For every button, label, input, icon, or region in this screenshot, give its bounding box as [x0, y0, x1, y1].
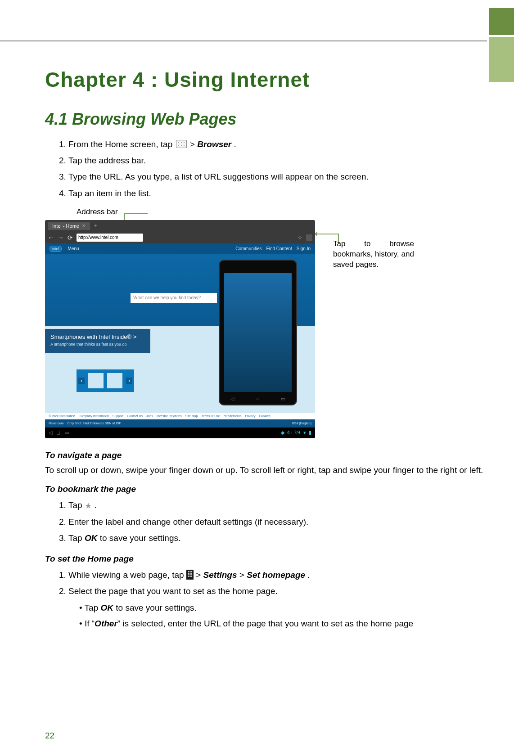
manual-page: Chapter 4 : Using Internet 4.1 Browsing …: [0, 0, 532, 756]
carousel-thumb[interactable]: [107, 373, 122, 388]
forward-icon[interactable]: →: [58, 234, 64, 241]
footer-link[interactable]: Jobs: [146, 414, 153, 418]
header-accent-light: [489, 37, 514, 82]
carousel: ‹ ›: [77, 369, 134, 392]
footer2-locale[interactable]: USA (English): [292, 422, 311, 425]
footer-link: © Intel Corporation: [49, 414, 75, 418]
footer2-item[interactable]: Newsroom: [49, 422, 63, 425]
chapter-title: Chapter 4 : Using Internet: [45, 68, 487, 92]
android-system-bar: ◁ ⎕ ▭ ◆ 4:39 ▾ ▮: [45, 428, 315, 438]
other-label: Other: [95, 619, 117, 628]
header-rule: [0, 40, 487, 41]
nav-buttons: ◁ ⎕ ▭: [49, 430, 69, 436]
back-nav-icon[interactable]: ◁: [49, 430, 52, 436]
browser-toolbar: ← → ⟳ http://www.intel.com ☆: [45, 232, 315, 243]
close-tab-icon[interactable]: ✕: [82, 223, 86, 228]
star-icon: ★: [85, 499, 92, 513]
text: Tap: [85, 603, 101, 612]
text: .: [234, 140, 236, 149]
homepage-steps: While viewing a web page, tap > Settings…: [45, 567, 487, 631]
notification-icon: ◆: [281, 430, 284, 436]
step-1: From the Home screen, tap > Browser .: [68, 137, 487, 152]
subheading-homepage: To set the Home page: [45, 554, 487, 564]
apps-grid-icon: [176, 140, 187, 148]
footer-link[interactable]: *Trademarks: [224, 414, 242, 418]
overflow-menu-icon: [186, 570, 194, 580]
ok-label: OK: [101, 603, 114, 612]
text: Tap: [68, 500, 85, 510]
site-header: intel Menu Communities Find Content Sign…: [45, 243, 315, 254]
browser-tab[interactable]: Intel - Home ✕: [48, 222, 90, 230]
text: >: [239, 570, 247, 580]
bookmarks-callout-text: Tap to browse bookmarks, history, and sa…: [333, 239, 414, 270]
homepage-step-1: While viewing a web page, tap > Settings…: [68, 567, 487, 583]
reload-icon[interactable]: ⟳: [68, 234, 73, 241]
footer-link[interactable]: Company Information: [79, 414, 109, 418]
text: .: [94, 500, 96, 510]
ok-label: OK: [85, 533, 98, 543]
step-3: Type the URL. As you type, a list of URL…: [68, 169, 487, 184]
carousel-next-icon[interactable]: ›: [126, 378, 132, 384]
homepage-step-2: Select the page that you want to set as …: [68, 584, 487, 631]
recent-nav-icon[interactable]: ▭: [64, 430, 69, 436]
text: If “: [85, 619, 95, 628]
text: ” is selected, enter the URL of the page…: [117, 619, 413, 628]
carousel-thumb[interactable]: [88, 373, 104, 388]
browser-label: Browser: [197, 140, 231, 149]
bullet-1: Tap OK to save your settings.: [79, 601, 487, 615]
footer2-item[interactable]: Chip Shot: Intel Embraces SDN at IDF: [67, 422, 121, 425]
intel-logo: intel: [50, 246, 62, 252]
text: Tap: [68, 533, 85, 543]
link-find-content[interactable]: Find Content: [266, 246, 292, 251]
step-4: Tap an item in the list.: [68, 186, 487, 201]
link-sign-in[interactable]: Sign In: [297, 246, 311, 251]
page-number: 22: [45, 731, 54, 741]
footer-link[interactable]: Privacy: [245, 414, 255, 418]
footer-link[interactable]: Contact Us: [127, 414, 143, 418]
site-menu[interactable]: Menu: [68, 246, 79, 251]
search-placeholder: What can we help you find today?: [133, 295, 201, 300]
footer-link[interactable]: Site Map: [185, 414, 198, 418]
battery-icon: ▮: [309, 430, 311, 436]
site-footer-bar: Newsroom Chip Shot: Intel Embraces SDN a…: [45, 419, 315, 428]
footer-link[interactable]: Terms of Use: [201, 414, 220, 418]
text: From the Home screen, tap: [68, 140, 175, 149]
footer-link[interactable]: Support: [113, 414, 124, 418]
link-communities[interactable]: Communities: [235, 246, 261, 251]
text: >: [196, 570, 203, 580]
carousel-prev-icon[interactable]: ‹: [78, 378, 85, 384]
footer-link[interactable]: Cookies: [259, 414, 270, 418]
bookmark-step-1: Tap ★ .: [68, 498, 487, 513]
site-search-input[interactable]: What can we help you find today?: [131, 293, 217, 303]
bookmark-star-icon[interactable]: ☆: [298, 234, 302, 241]
address-bar-input[interactable]: http://www.intel.com: [77, 234, 143, 242]
text: .: [307, 570, 310, 580]
screenshot-figure: Address bar Tap to browse bookmarks, his…: [45, 207, 419, 441]
back-icon[interactable]: ←: [48, 234, 54, 241]
web-content: intel Menu Communities Find Content Sign…: [45, 243, 315, 428]
site-footer-links: © Intel Corporation Company Information …: [45, 413, 315, 419]
tab-title: Intel - Home: [52, 223, 79, 229]
text: to save your settings.: [100, 533, 181, 543]
navigate-body: To scroll up or down, swipe your finger …: [45, 464, 487, 477]
bookmarks-button-icon[interactable]: [306, 234, 312, 241]
bookmark-steps: Tap ★ . Enter the label and change other…: [45, 498, 487, 546]
main-steps-list: From the Home screen, tap > Browser . Ta…: [45, 137, 487, 201]
browser-tab-bar: Intel - Home ✕ ＋: [45, 220, 315, 232]
bookmark-step-3: Tap OK to save your settings.: [68, 531, 487, 546]
url-text: http://www.intel.com: [78, 235, 118, 240]
header-accent-dark: [489, 8, 514, 35]
subheading-navigate: To navigate a page: [45, 450, 487, 460]
subheading-bookmark: To bookmark the page: [45, 484, 487, 494]
homepage-bullets: Tap OK to save your settings. If “Other”…: [68, 601, 487, 631]
phone-hero-image: ◁○▭: [219, 260, 297, 405]
status-icons: ◆ 4:39 ▾ ▮: [281, 430, 312, 436]
home-nav-icon[interactable]: ⎕: [57, 430, 60, 436]
address-bar-callout-label: Address bar: [77, 207, 118, 216]
wifi-icon: ▾: [303, 430, 306, 436]
footer-link[interactable]: Investor Relations: [157, 414, 182, 418]
phone-screen: [224, 273, 292, 392]
step-2: Tap the address bar.: [68, 153, 487, 168]
promo-title: Smartphones with Intel Inside® >: [50, 333, 145, 340]
new-tab-icon[interactable]: ＋: [93, 222, 98, 230]
